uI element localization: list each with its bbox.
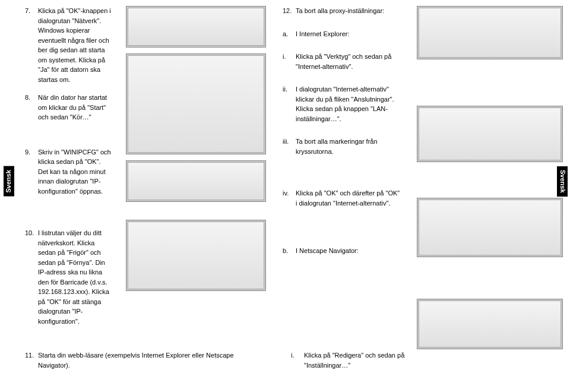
sub-i: i. Klicka på "Verktyg" och sedan på "Int… — [283, 52, 403, 71]
sub-a: a. I Internet Explorer: — [283, 29, 403, 39]
screenshot-netscape-menu — [417, 299, 563, 349]
step-text: I listrutan väljer du ditt nätverkskort.… — [38, 228, 112, 326]
step-11: 11. Starta din webb-läsare (exempelvis I… — [25, 350, 262, 370]
screenshot-start-menu — [126, 53, 266, 154]
screenshot-ie-toolbar — [417, 6, 563, 59]
step-number: 10. — [25, 228, 38, 326]
step-text: Skriv in "WINIPCFG" och klicka sedan på … — [38, 147, 112, 197]
sub-text: I Netscape Navigator: — [296, 246, 403, 256]
column-4 — [410, 0, 570, 392]
step-number: 7. — [25, 6, 38, 84]
step-10: 10. I listrutan väljer du ditt nätverksk… — [25, 228, 112, 326]
sub-text: Klicka på "Verktyg" och sedan på "Intern… — [296, 52, 403, 71]
sub-text: I dialogrutan "Internet-alternativ" klic… — [296, 84, 403, 124]
sub-letter: b. — [283, 246, 296, 256]
sub-text: Klicka på "Redigera" och sedan på "Instä… — [304, 350, 416, 370]
sub-text: Ta bort alla markeringar från kryssrutor… — [296, 137, 403, 156]
step-number: 11. — [25, 350, 38, 370]
screenshot-run-dialog — [126, 160, 266, 202]
sub-letter: a. — [283, 29, 296, 39]
sub-bi-wrap: i. Klicka på "Redigera" och sedan på "In… — [291, 350, 416, 378]
step-12: 12. Ta bort alla proxy-inställningar: — [283, 6, 403, 16]
step-text: Ta bort alla proxy-inställningar: — [296, 6, 403, 16]
step-number: 9. — [25, 147, 38, 197]
step-number: 12. — [283, 6, 296, 16]
step-7: 7. Klicka på "OK"-knappen i dialogrutan … — [25, 6, 112, 84]
screenshot-ip-configuration — [126, 220, 266, 291]
sub-roman: i. — [291, 350, 304, 370]
column-1: 7. Klicka på "OK"-knappen i dialogrutan … — [0, 0, 119, 392]
sub-iii: iii. Ta bort alla markeringar från kryss… — [283, 137, 403, 156]
sub-b: b. I Netscape Navigator: — [283, 246, 403, 256]
sub-roman: iii. — [283, 137, 296, 156]
screenshot-internet-options — [417, 106, 563, 162]
step-9: 9. Skriv in "WINIPCFG" och klicka sedan … — [25, 147, 112, 197]
column-3: 12. Ta bort alla proxy-inställningar: a.… — [273, 0, 410, 392]
step-11-wrap: 11. Starta din webb-läsare (exempelvis I… — [25, 350, 262, 378]
side-tab-right: Svensk — [557, 166, 568, 197]
sub-text: Klicka på "OK" och därefter på "OK" i di… — [296, 188, 403, 208]
step-text: När din dator har startat om klickar du … — [38, 93, 112, 122]
step-8: 8. När din dator har startat om klickar … — [25, 93, 112, 122]
sub-iv: iv. Klicka på "OK" och därefter på "OK" … — [283, 188, 403, 208]
sub-roman: i. — [283, 52, 296, 71]
sub-text: I Internet Explorer: — [296, 29, 403, 39]
sub-roman: ii. — [283, 84, 296, 124]
sub-roman: iv. — [283, 188, 296, 208]
step-text: Starta din webb-läsare (exempelvis Inter… — [38, 350, 262, 370]
column-2 — [119, 0, 273, 392]
step-text: Klicka på "OK"-knappen i dialogrutan "Nä… — [38, 6, 112, 84]
step-number: 8. — [25, 93, 38, 122]
screenshot-lan-settings — [417, 198, 563, 257]
sub-bi: i. Klicka på "Redigera" och sedan på "In… — [291, 350, 416, 370]
screenshot-system-settings — [126, 6, 266, 48]
sub-ii: ii. I dialogrutan "Internet-alternativ" … — [283, 84, 403, 124]
